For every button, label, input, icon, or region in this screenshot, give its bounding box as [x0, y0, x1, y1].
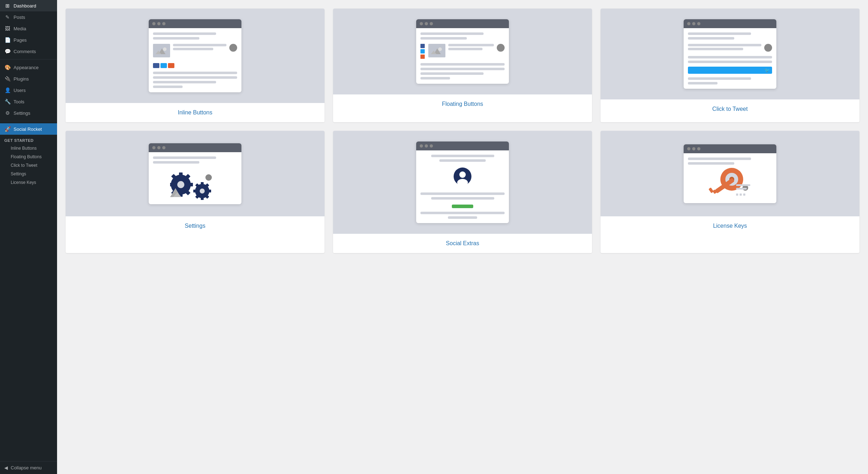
media-icon: 🖼	[4, 26, 11, 31]
sidebar-item-settings[interactable]: ⚙ Settings	[0, 107, 57, 119]
tools-icon: 🔧	[4, 99, 11, 104]
sidebar-item-users[interactable]: 👤 Users	[0, 84, 57, 96]
svg-rect-36	[709, 187, 714, 193]
comments-icon: 💬	[4, 48, 11, 54]
card-title-tweet: Click to Tweet	[601, 99, 859, 119]
main-content: Inline Buttons	[57, 0, 868, 474]
sub-item-inline-buttons[interactable]: Inline Buttons	[0, 144, 57, 153]
sub-item-floating-buttons[interactable]: Floating Buttons	[0, 153, 57, 161]
users-icon: 👤	[4, 87, 11, 93]
svg-rect-18	[201, 182, 204, 185]
sidebar-item-label: Plugins	[14, 76, 29, 82]
svg-rect-43	[743, 194, 745, 196]
svg-point-2	[163, 47, 167, 51]
svg-rect-19	[201, 197, 204, 200]
sub-item-license-keys[interactable]: License Keys	[0, 178, 57, 187]
collapse-icon: ◀	[4, 465, 8, 470]
settings-icon: ⚙	[4, 110, 11, 116]
sidebar-item-label: Dashboard	[14, 3, 36, 9]
card-preview-tweet: 🐦	[601, 9, 859, 99]
sidebar-item-pages[interactable]: 📄 Pages	[0, 34, 57, 46]
pages-icon: 📄	[4, 37, 11, 43]
sidebar-item-dashboard[interactable]: ⊞ Dashboard	[0, 0, 57, 11]
sidebar-item-label: Tools	[14, 99, 24, 104]
svg-rect-42	[740, 194, 742, 196]
collapse-label: Collapse menu	[11, 465, 42, 470]
sidebar-item-appearance[interactable]: 🎨 Appearance	[0, 62, 57, 73]
sidebar-item-label: Appearance	[14, 65, 39, 70]
svg-point-30	[459, 171, 466, 178]
svg-rect-21	[193, 190, 196, 192]
sidebar-item-label: Social Rocket	[14, 127, 42, 132]
posts-icon: ✎	[4, 14, 11, 20]
appearance-icon: 🎨	[4, 65, 11, 70]
dashboard-icon: ⊞	[4, 3, 11, 9]
card-settings[interactable]: Settings	[66, 131, 325, 253]
sidebar-item-label: Comments	[14, 49, 36, 54]
card-preview-floating	[333, 9, 592, 94]
sidebar-item-social-rocket[interactable]: 🚀 Social Rocket	[0, 123, 57, 135]
card-inline-buttons[interactable]: Inline Buttons	[66, 9, 325, 122]
cards-grid: Inline Buttons	[66, 9, 859, 253]
card-title-floating: Floating Buttons	[333, 94, 592, 114]
card-social-extras[interactable]: Social Extras	[333, 131, 592, 253]
svg-rect-41	[736, 194, 738, 196]
card-license-keys[interactable]: License Keys	[601, 131, 859, 253]
sidebar-item-label: Media	[14, 26, 26, 31]
sidebar-item-label: Users	[14, 88, 26, 93]
svg-point-26	[205, 174, 212, 181]
card-preview-extras	[333, 131, 592, 234]
twitter-bird-icon: 🐦	[765, 68, 770, 73]
svg-rect-11	[170, 183, 172, 186]
card-preview-license	[601, 131, 859, 216]
divider-2	[0, 121, 57, 121]
sidebar-item-comments[interactable]: 💬 Comments	[0, 46, 57, 57]
sidebar-item-label: Posts	[14, 15, 25, 20]
browser-mockup-tweet: 🐦	[684, 19, 776, 89]
svg-rect-10	[189, 183, 193, 186]
sidebar-item-label: Pages	[14, 37, 27, 43]
svg-rect-40	[736, 188, 747, 190]
svg-point-7	[177, 181, 184, 188]
sidebar-item-tools[interactable]: 🔧 Tools	[0, 96, 57, 107]
browser-mockup-inline	[149, 19, 241, 92]
sub-section-label: Get Started	[0, 135, 57, 144]
svg-point-5	[438, 47, 442, 51]
card-title-inline: Inline Buttons	[66, 103, 325, 122]
rocket-icon: 🚀	[4, 126, 11, 132]
browser-mockup-license	[684, 144, 776, 203]
browser-mockup-settings	[149, 143, 241, 204]
card-preview-settings	[66, 131, 325, 216]
sidebar-item-label: Settings	[14, 110, 30, 116]
card-click-to-tweet[interactable]: 🐦 Click to Tweet	[601, 9, 859, 122]
sidebar: ⊞ Dashboard ✎ Posts 🖼 Media 📄 Pages 💬 Co…	[0, 0, 57, 474]
sub-item-settings[interactable]: Settings	[0, 170, 57, 178]
svg-rect-39	[736, 184, 750, 186]
card-title-extras: Social Extras	[333, 234, 592, 253]
sidebar-item-plugins[interactable]: 🔌 Plugins	[0, 73, 57, 84]
browser-mockup-extras	[416, 141, 509, 223]
sub-item-click-to-tweet[interactable]: Click to Tweet	[0, 161, 57, 170]
card-floating-buttons[interactable]: Floating Buttons	[333, 9, 592, 122]
collapse-menu[interactable]: ◀ Collapse menu	[0, 461, 57, 474]
plugins-icon: 🔌	[4, 76, 11, 82]
sidebar-item-media[interactable]: 🖼 Media	[0, 23, 57, 34]
card-title-settings: Settings	[66, 216, 325, 236]
divider-1	[0, 59, 57, 60]
svg-rect-8	[179, 172, 183, 176]
sidebar-item-posts[interactable]: ✎ Posts	[0, 11, 57, 23]
svg-point-17	[200, 189, 205, 194]
card-title-license: License Keys	[601, 216, 859, 236]
svg-rect-20	[208, 190, 211, 192]
browser-mockup-floating	[416, 19, 509, 84]
card-preview-inline	[66, 9, 325, 103]
